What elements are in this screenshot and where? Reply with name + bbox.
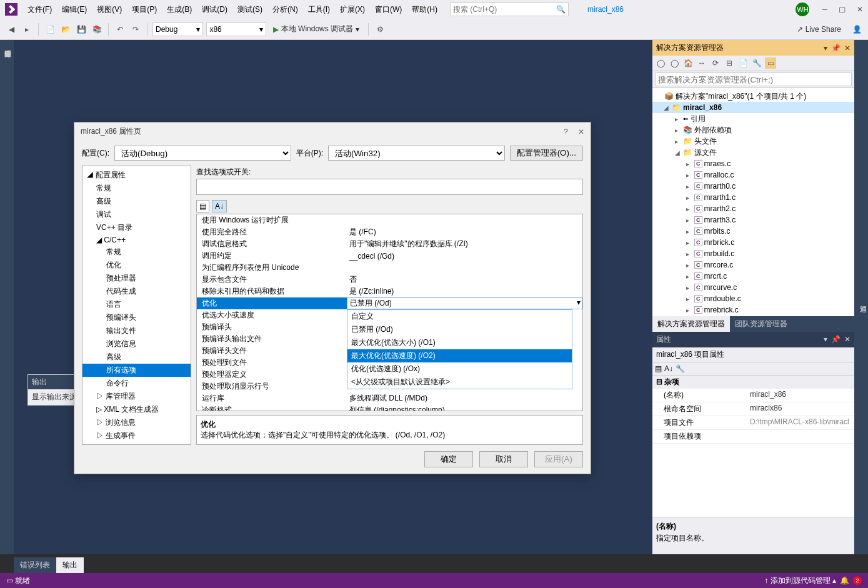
preview-icon[interactable]: ▭ xyxy=(765,57,776,69)
menu-help[interactable]: 帮助(H) xyxy=(408,2,441,17)
quick-launch-input[interactable]: 搜索 (Ctrl+Q) 🔍 xyxy=(450,2,569,16)
dropdown-option[interactable]: 最大优化(优选速度) (/O2) xyxy=(347,349,572,362)
source-file-item[interactable]: ▸C mrbits.c xyxy=(652,226,854,237)
tab-server-explorer[interactable]: 服务器资源管理器 xyxy=(2,40,14,554)
dropdown-option[interactable]: 最大优化(优选大小) (/O1) xyxy=(347,336,572,349)
config-select[interactable]: 活动(Debug) xyxy=(114,146,291,161)
fwd-icon[interactable]: ◯ xyxy=(669,57,680,69)
source-file-item[interactable]: ▸C mrcurve.c xyxy=(652,282,854,293)
tree-item[interactable]: 调试 xyxy=(82,208,191,221)
tree-item[interactable]: 常规 xyxy=(82,246,191,259)
tab-notifications[interactable]: 通知 xyxy=(854,40,868,554)
help-icon[interactable]: ? xyxy=(564,127,568,136)
properties-icon[interactable]: 🔧 xyxy=(751,57,762,69)
source-file-item[interactable]: ▸C mrarth0.c xyxy=(652,181,854,192)
tab-output[interactable]: 输出 xyxy=(56,557,84,573)
tree-item[interactable]: ◢ C/C++ xyxy=(82,234,191,246)
account-avatar[interactable]: WH xyxy=(796,2,809,16)
categorize-icon[interactable]: ▤ xyxy=(196,200,209,212)
tree-item[interactable]: 浏览信息 xyxy=(82,337,191,351)
tree-item[interactable]: 预编译头 xyxy=(82,311,191,324)
menu-tools[interactable]: 工具(I) xyxy=(304,2,334,17)
property-grid[interactable]: 使用 Windows 运行时扩展使用完全路径是 (/FC)调试信息格式用于"编辑… xyxy=(196,214,583,411)
pin-icon[interactable]: 📌 xyxy=(831,44,841,52)
open-file-button[interactable]: 📂 xyxy=(59,23,72,36)
tree-item[interactable]: 输出文件 xyxy=(82,324,191,337)
tree-item[interactable]: ▷ XML 文档生成器 xyxy=(82,403,191,416)
window-minimize-button[interactable]: ─ xyxy=(822,5,827,14)
tree-item[interactable]: 高级 xyxy=(82,195,191,208)
toolbar-extra-button[interactable]: ⚙ xyxy=(374,23,386,36)
property-row[interactable]: 使用 Windows 运行时扩展 xyxy=(197,214,582,226)
menu-view[interactable]: 视图(V) xyxy=(93,2,126,17)
dropdown-icon[interactable]: ▾ xyxy=(824,335,827,344)
menu-build[interactable]: 生成(B) xyxy=(163,2,196,17)
sync-icon[interactable]: ↔ xyxy=(696,57,707,69)
close-icon[interactable]: ✕ xyxy=(578,127,584,136)
dropdown-option[interactable]: 优化(优选速度) (/Ox) xyxy=(347,362,572,376)
save-all-button[interactable]: 📚 xyxy=(91,23,103,36)
source-file-item[interactable]: ▸C mrarth1.c xyxy=(652,192,854,203)
start-debugging-button[interactable]: ▶本地 Windows 调试器▾ xyxy=(269,24,363,34)
home-icon[interactable]: 🏠 xyxy=(682,57,694,69)
project-node[interactable]: ◢📁 miracl_x86 xyxy=(652,102,854,113)
menu-file[interactable]: 文件(F) xyxy=(24,2,56,17)
wrench-icon[interactable]: 🔧 xyxy=(676,364,685,373)
active-project-label[interactable]: miracl_x86 xyxy=(587,5,624,14)
source-file-item[interactable]: ▸C mraes.c xyxy=(652,158,854,169)
tree-item[interactable]: 常规 xyxy=(82,182,191,195)
dropdown-option[interactable]: 自定义 xyxy=(347,310,572,323)
window-close-button[interactable]: ✕ xyxy=(857,5,863,14)
property-tree[interactable]: ◢ 配置属性常规高级调试VC++ 目录◢ C/C++常规优化预处理器代码生成语言… xyxy=(82,166,191,445)
solution-search-input[interactable] xyxy=(655,72,852,86)
dropdown-option[interactable]: <从父级或项目默认设置继承> xyxy=(347,376,572,389)
menu-extensions[interactable]: 扩展(X) xyxy=(336,2,369,17)
source-file-item[interactable]: ▸C mrbuild.c xyxy=(652,248,854,259)
menu-window[interactable]: 窗口(W) xyxy=(371,2,406,17)
bell-icon[interactable]: 🔔 xyxy=(840,576,849,585)
dropdown-option[interactable]: 已禁用 (/Od) xyxy=(347,323,572,336)
refresh-icon[interactable]: ⟳ xyxy=(710,57,721,69)
tab-error-list[interactable]: 错误列表 xyxy=(14,557,56,573)
show-all-icon[interactable]: 📄 xyxy=(737,57,749,69)
source-file-item[interactable]: ▸C mrarth3.c xyxy=(652,214,854,226)
tree-item[interactable]: 命令行 xyxy=(82,377,191,390)
property-row[interactable]: 优化已禁用 (/Od)▾ xyxy=(197,297,582,309)
alpha-sort-icon[interactable]: A↓ xyxy=(212,200,227,212)
dropdown-icon[interactable]: ▾ xyxy=(824,44,827,52)
property-row[interactable]: 调试信息格式用于"编辑并继续"的程序数据库 (/ZI) xyxy=(197,238,582,250)
source-file-item[interactable]: ▸C mrcrt.c xyxy=(652,271,854,282)
apply-button[interactable]: 应用(A) xyxy=(534,451,583,467)
platform-select[interactable]: 活动(Win32) xyxy=(328,146,505,161)
tree-item[interactable]: ◢ 配置属性 xyxy=(82,169,191,182)
alpha-sort-icon[interactable]: A↓ xyxy=(664,364,673,373)
close-icon[interactable]: ✕ xyxy=(844,44,851,52)
tree-item[interactable]: 高级 xyxy=(82,351,191,364)
menu-test[interactable]: 测试(S) xyxy=(234,2,266,17)
solution-platform-combo[interactable]: x86▾ xyxy=(206,22,266,36)
close-icon[interactable]: ✕ xyxy=(844,335,851,344)
property-row[interactable]: 调用约定__cdecl (/Gd) xyxy=(197,250,582,262)
menu-debug[interactable]: 调试(D) xyxy=(198,2,231,17)
window-restore-button[interactable]: ▢ xyxy=(839,5,846,14)
properties-grid[interactable]: ⊟ 杂项 (名称)miracl_x86 根命名空间miraclx86 项目文件D… xyxy=(652,376,854,517)
property-row[interactable]: 诊断格式列信息 (/diagnostics:column) xyxy=(197,404,582,411)
live-share-button[interactable]: ↗Live Share xyxy=(797,25,841,34)
back-icon[interactable]: ◯ xyxy=(655,57,666,69)
properties-object[interactable]: miracl_x86 项目属性 xyxy=(652,347,854,362)
property-search-input[interactable] xyxy=(196,179,583,195)
menu-project[interactable]: 项目(P) xyxy=(128,2,161,17)
source-file-item[interactable]: ▸C mrdouble.c xyxy=(652,293,854,304)
tree-item[interactable]: 语言 xyxy=(82,298,191,311)
source-file-item[interactable]: ▸C mrarth2.c xyxy=(652,203,854,214)
redo-button[interactable]: ↷ xyxy=(129,23,142,36)
menu-analyze[interactable]: 分析(N) xyxy=(269,2,302,17)
new-project-button[interactable]: 📄 xyxy=(44,23,56,36)
nav-back-button[interactable]: ◀ xyxy=(5,23,17,36)
property-row[interactable]: 移除未引用的代码和数据是 (/Zc:inline) xyxy=(197,286,582,297)
collapse-icon[interactable]: ⊟ xyxy=(724,57,735,69)
solution-tree[interactable]: 📦 解决方案"miracl_x86"(1 个项目/共 1 个) ◢📁 mirac… xyxy=(652,88,854,316)
source-file-item[interactable]: ▸C mrebrick.c xyxy=(652,304,854,316)
tree-item[interactable]: ▷ 生成事件 xyxy=(82,429,191,442)
property-row[interactable]: 运行库多线程调试 DLL (/MDd) xyxy=(197,392,582,404)
